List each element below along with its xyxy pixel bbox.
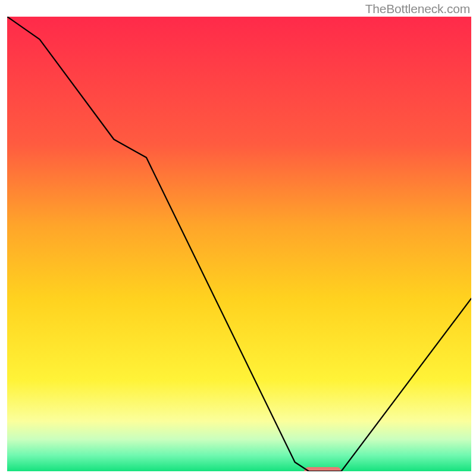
chart-svg [7,17,471,471]
attribution-label: TheBottleneck.com [365,2,470,16]
chart-background [7,17,471,471]
bottleneck-chart [7,17,471,471]
